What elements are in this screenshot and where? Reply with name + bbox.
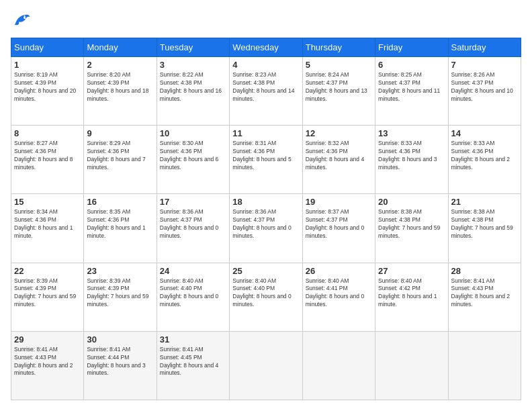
calendar-cell — [230, 331, 302, 400]
day-number: 13 — [378, 128, 445, 138]
calendar-cell: 9Sunrise: 8:29 AMSunset: 4:36 PMDaylight… — [84, 126, 157, 194]
cell-content: Sunrise: 8:39 AMSunset: 4:39 PMDaylight:… — [87, 277, 148, 308]
cell-content: Sunrise: 8:32 AMSunset: 4:36 PMDaylight:… — [306, 140, 364, 171]
cell-content: Sunrise: 8:24 AMSunset: 4:37 PMDaylight:… — [306, 71, 367, 102]
calendar-week-4: 22Sunrise: 8:39 AMSunset: 4:39 PMDayligh… — [11, 263, 521, 331]
cell-content: Sunrise: 8:27 AMSunset: 4:36 PMDaylight:… — [14, 140, 73, 171]
day-number: 4 — [232, 60, 299, 70]
calendar-cell: 22Sunrise: 8:39 AMSunset: 4:39 PMDayligh… — [11, 263, 84, 331]
day-number: 12 — [306, 128, 372, 138]
day-number: 21 — [451, 197, 518, 207]
calendar-cell: 30Sunrise: 8:41 AMSunset: 4:44 PMDayligh… — [84, 331, 157, 400]
cell-content: Sunrise: 8:40 AMSunset: 4:41 PMDaylight:… — [306, 277, 364, 308]
calendar-cell: 29Sunrise: 8:41 AMSunset: 4:43 PMDayligh… — [11, 331, 84, 400]
cell-content: Sunrise: 8:20 AMSunset: 4:39 PMDaylight:… — [87, 71, 148, 102]
day-number: 10 — [160, 128, 226, 138]
weekday-header-thursday: Thursday — [302, 38, 375, 57]
weekday-header-tuesday: Tuesday — [157, 38, 229, 57]
cell-content: Sunrise: 8:33 AMSunset: 4:36 PMDaylight:… — [451, 140, 510, 171]
cell-content: Sunrise: 8:22 AMSunset: 4:38 PMDaylight:… — [160, 71, 222, 102]
calendar-cell: 7Sunrise: 8:26 AMSunset: 4:37 PMDaylight… — [448, 57, 521, 126]
day-number: 2 — [87, 60, 153, 70]
cell-content: Sunrise: 8:31 AMSunset: 4:36 PMDaylight:… — [232, 140, 291, 171]
cell-content: Sunrise: 8:25 AMSunset: 4:37 PMDaylight:… — [378, 71, 440, 102]
day-number: 18 — [232, 197, 299, 207]
calendar-cell: 25Sunrise: 8:40 AMSunset: 4:40 PMDayligh… — [230, 263, 302, 331]
cell-content: Sunrise: 8:38 AMSunset: 4:38 PMDaylight:… — [451, 208, 513, 239]
day-number: 7 — [451, 60, 518, 70]
day-number: 24 — [160, 266, 226, 276]
cell-content: Sunrise: 8:34 AMSunset: 4:36 PMDaylight:… — [14, 208, 73, 239]
cell-content: Sunrise: 8:29 AMSunset: 4:36 PMDaylight:… — [87, 140, 145, 171]
day-number: 22 — [14, 266, 81, 276]
day-number: 3 — [160, 60, 226, 70]
calendar-week-3: 15Sunrise: 8:34 AMSunset: 4:36 PMDayligh… — [11, 194, 521, 263]
cell-content: Sunrise: 8:40 AMSunset: 4:42 PMDaylight:… — [378, 277, 437, 308]
weekday-header-wednesday: Wednesday — [230, 38, 302, 57]
calendar-cell: 16Sunrise: 8:35 AMSunset: 4:36 PMDayligh… — [84, 194, 157, 263]
calendar-cell: 8Sunrise: 8:27 AMSunset: 4:36 PMDaylight… — [11, 126, 84, 194]
calendar-cell: 18Sunrise: 8:36 AMSunset: 4:37 PMDayligh… — [230, 194, 302, 263]
weekday-header-friday: Friday — [375, 38, 448, 57]
day-number: 30 — [87, 334, 153, 345]
day-number: 16 — [87, 197, 153, 207]
day-number: 20 — [378, 197, 445, 207]
day-number: 1 — [14, 60, 81, 70]
day-number: 6 — [378, 60, 445, 70]
cell-content: Sunrise: 8:40 AMSunset: 4:40 PMDaylight:… — [232, 277, 291, 308]
cell-content: Sunrise: 8:30 AMSunset: 4:36 PMDaylight:… — [160, 140, 218, 171]
calendar-cell: 20Sunrise: 8:38 AMSunset: 4:38 PMDayligh… — [375, 194, 448, 263]
calendar-cell — [302, 331, 375, 400]
logo — [11, 11, 34, 31]
day-number: 28 — [451, 266, 518, 276]
calendar-cell: 21Sunrise: 8:38 AMSunset: 4:38 PMDayligh… — [448, 194, 521, 263]
calendar-cell: 3Sunrise: 8:22 AMSunset: 4:38 PMDaylight… — [157, 57, 229, 126]
day-number: 5 — [306, 60, 372, 70]
calendar-cell: 1Sunrise: 8:19 AMSunset: 4:39 PMDaylight… — [11, 57, 84, 126]
calendar-cell — [375, 331, 448, 400]
calendar-cell: 19Sunrise: 8:37 AMSunset: 4:37 PMDayligh… — [302, 194, 375, 263]
day-number: 31 — [160, 334, 226, 345]
calendar-cell: 24Sunrise: 8:40 AMSunset: 4:40 PMDayligh… — [157, 263, 229, 331]
page-header — [11, 11, 521, 31]
calendar-cell: 2Sunrise: 8:20 AMSunset: 4:39 PMDaylight… — [84, 57, 157, 126]
calendar-cell: 6Sunrise: 8:25 AMSunset: 4:37 PMDaylight… — [375, 57, 448, 126]
cell-content: Sunrise: 8:41 AMSunset: 4:44 PMDaylight:… — [87, 346, 145, 377]
calendar-header-row: SundayMondayTuesdayWednesdayThursdayFrid… — [11, 38, 521, 57]
calendar-cell: 11Sunrise: 8:31 AMSunset: 4:36 PMDayligh… — [230, 126, 302, 194]
cell-content: Sunrise: 8:23 AMSunset: 4:38 PMDaylight:… — [232, 71, 294, 102]
cell-content: Sunrise: 8:19 AMSunset: 4:39 PMDaylight:… — [14, 71, 76, 102]
day-number: 29 — [14, 334, 81, 345]
cell-content: Sunrise: 8:36 AMSunset: 4:37 PMDaylight:… — [232, 208, 291, 239]
calendar-week-5: 29Sunrise: 8:41 AMSunset: 4:43 PMDayligh… — [11, 331, 521, 400]
cell-content: Sunrise: 8:41 AMSunset: 4:45 PMDaylight:… — [160, 346, 218, 377]
cell-content: Sunrise: 8:26 AMSunset: 4:37 PMDaylight:… — [451, 71, 513, 102]
cell-content: Sunrise: 8:37 AMSunset: 4:37 PMDaylight:… — [306, 208, 364, 239]
cell-content: Sunrise: 8:35 AMSunset: 4:36 PMDaylight:… — [87, 208, 145, 239]
day-number: 17 — [160, 197, 226, 207]
day-number: 27 — [378, 266, 445, 276]
weekday-header-sunday: Sunday — [11, 38, 84, 57]
day-number: 23 — [87, 266, 153, 276]
calendar-cell: 10Sunrise: 8:30 AMSunset: 4:36 PMDayligh… — [157, 126, 229, 194]
cell-content: Sunrise: 8:33 AMSunset: 4:36 PMDaylight:… — [378, 140, 437, 171]
day-number: 14 — [451, 128, 518, 138]
calendar-cell: 31Sunrise: 8:41 AMSunset: 4:45 PMDayligh… — [157, 331, 229, 400]
calendar-cell: 4Sunrise: 8:23 AMSunset: 4:38 PMDaylight… — [230, 57, 302, 126]
calendar-cell: 13Sunrise: 8:33 AMSunset: 4:36 PMDayligh… — [375, 126, 448, 194]
day-number: 11 — [232, 128, 299, 138]
cell-content: Sunrise: 8:36 AMSunset: 4:37 PMDaylight:… — [160, 208, 218, 239]
day-number: 15 — [14, 197, 81, 207]
calendar-cell: 15Sunrise: 8:34 AMSunset: 4:36 PMDayligh… — [11, 194, 84, 263]
cell-content: Sunrise: 8:41 AMSunset: 4:43 PMDaylight:… — [14, 346, 73, 377]
weekday-header-monday: Monday — [84, 38, 157, 57]
calendar-cell: 12Sunrise: 8:32 AMSunset: 4:36 PMDayligh… — [302, 126, 375, 194]
cell-content: Sunrise: 8:40 AMSunset: 4:40 PMDaylight:… — [160, 277, 218, 308]
calendar-cell: 5Sunrise: 8:24 AMSunset: 4:37 PMDaylight… — [302, 57, 375, 126]
day-number: 8 — [14, 128, 81, 138]
calendar-cell: 17Sunrise: 8:36 AMSunset: 4:37 PMDayligh… — [157, 194, 229, 263]
day-number: 19 — [306, 197, 372, 207]
cell-content: Sunrise: 8:38 AMSunset: 4:38 PMDaylight:… — [378, 208, 440, 239]
calendar-cell: 26Sunrise: 8:40 AMSunset: 4:41 PMDayligh… — [302, 263, 375, 331]
cell-content: Sunrise: 8:41 AMSunset: 4:43 PMDaylight:… — [451, 277, 510, 308]
